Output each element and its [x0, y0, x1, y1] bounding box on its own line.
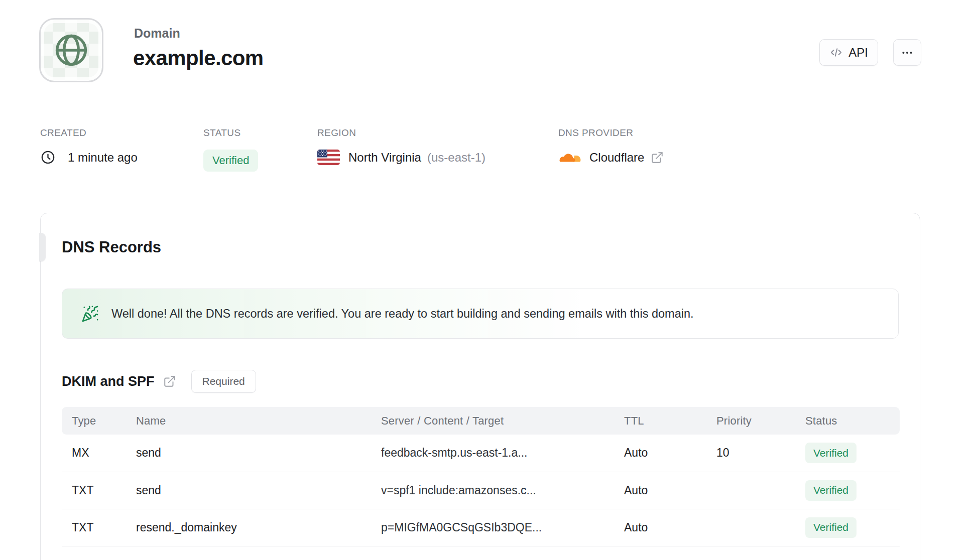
meta-dns-provider-label: DNS PROVIDER — [558, 127, 664, 138]
api-button[interactable]: API — [819, 39, 878, 66]
cell-content: feedback-smtp.us-east-1.a... — [381, 435, 624, 472]
header-row: TypeNameServer / Content / TargetTTLPrio… — [62, 407, 900, 435]
meta-region-label: REGION — [317, 127, 485, 138]
external-link-icon[interactable] — [651, 151, 664, 164]
status-badge: Verified — [805, 480, 857, 501]
cell-content: v=spf1 include:amazonses.c... — [381, 472, 624, 509]
column-header: Status — [805, 407, 900, 435]
api-button-label: API — [848, 46, 868, 60]
cell-priority — [716, 472, 805, 509]
cell-name: resend._domainkey — [136, 509, 381, 546]
column-header: Priority — [716, 407, 805, 435]
cell-status: Verified — [805, 435, 900, 472]
meta-region-value: North Virginia — [348, 151, 421, 165]
cell-name: send — [136, 472, 381, 509]
cell-content: p=MIGfMA0GCSqGSIb3DQE... — [381, 509, 624, 546]
meta-row: CREATED 1 minute ago STATUS Verified REG… — [0, 127, 976, 183]
domain-detail-page: Domain example.com API CREATED 1 minute … — [0, 0, 976, 560]
cell-ttl: Auto — [624, 509, 716, 546]
status-badge: Verified — [805, 517, 857, 538]
required-badge: Required — [191, 370, 256, 393]
dns-records-table: TypeNameServer / Content / TargetTTLPrio… — [62, 407, 900, 546]
cell-type: TXT — [62, 509, 136, 546]
meta-region-code: (us-east-1) — [427, 151, 485, 165]
clock-icon — [40, 150, 56, 165]
status-badge: Verified — [203, 150, 258, 172]
table-row: TXTsendv=spf1 include:amazonses.c...Auto… — [62, 472, 900, 509]
column-header: Type — [62, 407, 136, 435]
dkim-spf-title: DKIM and SPF — [62, 374, 155, 389]
code-icon — [829, 46, 843, 59]
dns-records-card: DNS Records Well done! All the DNS recor… — [40, 213, 920, 560]
globe-icon — [53, 32, 90, 69]
cloudflare-icon — [558, 150, 582, 165]
dns-table-header: TypeNameServer / Content / TargetTTLPrio… — [62, 407, 900, 435]
meta-created-value: 1 minute ago — [68, 151, 138, 165]
cell-type: MX — [62, 435, 136, 472]
section-anchor-tab — [39, 233, 46, 261]
column-header: TTL — [624, 407, 716, 435]
meta-region: REGION North Virginia — [317, 127, 485, 165]
meta-dns-provider: DNS PROVIDER Cloudflare — [558, 127, 664, 165]
cell-priority — [716, 509, 805, 546]
domain-avatar — [39, 18, 103, 82]
table-row: MXsendfeedback-smtp.us-east-1.a...Auto10… — [62, 435, 900, 472]
column-header: Name — [136, 407, 381, 435]
dkim-spf-section-head: DKIM and SPF Required — [62, 370, 899, 393]
cell-status: Verified — [805, 509, 900, 546]
meta-dns-provider-value: Cloudflare — [589, 151, 644, 165]
cell-name: send — [136, 435, 381, 472]
success-banner: Well done! All the DNS records are verif… — [62, 289, 899, 339]
meta-created: CREATED 1 minute ago — [40, 127, 138, 165]
dns-table-body: MXsendfeedback-smtp.us-east-1.a...Auto10… — [62, 435, 900, 546]
external-link-icon[interactable] — [163, 375, 176, 388]
ellipsis-icon — [901, 46, 914, 59]
cell-status: Verified — [805, 472, 900, 509]
party-popper-icon — [81, 305, 99, 323]
more-options-button[interactable] — [893, 39, 921, 66]
cell-ttl: Auto — [624, 435, 716, 472]
table-row: TXTresend._domainkeyp=MIGfMA0GCSqGSIb3DQ… — [62, 509, 900, 546]
status-badge: Verified — [805, 443, 857, 463]
meta-status-label: STATUS — [203, 127, 258, 138]
cell-ttl: Auto — [624, 472, 716, 509]
success-banner-text: Well done! All the DNS records are verif… — [111, 307, 694, 321]
meta-status: STATUS Verified — [203, 127, 258, 172]
meta-created-label: CREATED — [40, 127, 138, 138]
column-header: Server / Content / Target — [381, 407, 624, 435]
page-title: example.com — [133, 46, 264, 70]
dns-records-title: DNS Records — [62, 238, 899, 256]
cell-priority: 10 — [716, 435, 805, 472]
cell-type: TXT — [62, 472, 136, 509]
us-flag-icon — [317, 150, 340, 165]
domain-kicker: Domain — [134, 26, 180, 41]
